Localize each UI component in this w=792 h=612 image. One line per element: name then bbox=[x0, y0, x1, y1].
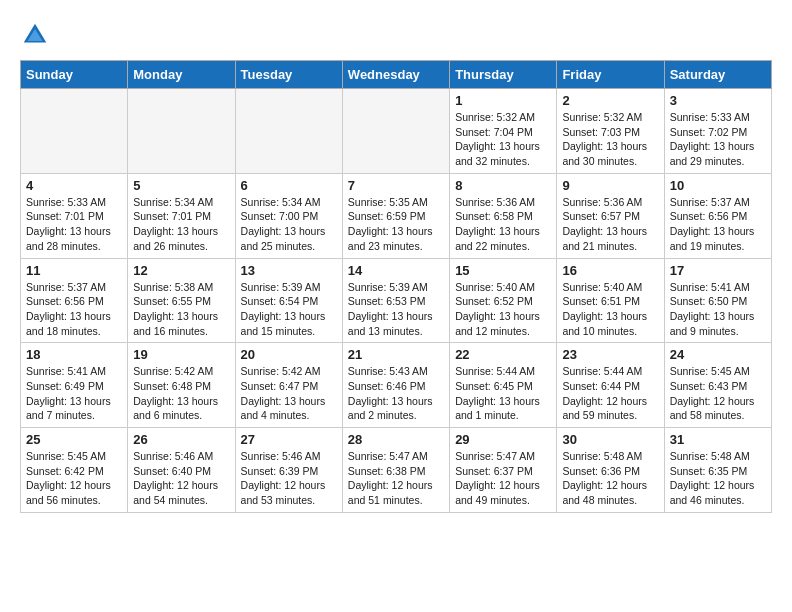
day-number: 2 bbox=[562, 93, 658, 108]
calendar-cell: 23Sunrise: 5:44 AM Sunset: 6:44 PM Dayli… bbox=[557, 343, 664, 428]
page-header bbox=[20, 20, 772, 50]
calendar-cell: 31Sunrise: 5:48 AM Sunset: 6:35 PM Dayli… bbox=[664, 428, 771, 513]
day-number: 17 bbox=[670, 263, 766, 278]
day-info: Sunrise: 5:44 AM Sunset: 6:44 PM Dayligh… bbox=[562, 364, 658, 423]
day-info: Sunrise: 5:33 AM Sunset: 7:01 PM Dayligh… bbox=[26, 195, 122, 254]
calendar-cell: 15Sunrise: 5:40 AM Sunset: 6:52 PM Dayli… bbox=[450, 258, 557, 343]
day-info: Sunrise: 5:36 AM Sunset: 6:57 PM Dayligh… bbox=[562, 195, 658, 254]
calendar-week-1: 1Sunrise: 5:32 AM Sunset: 7:04 PM Daylig… bbox=[21, 89, 772, 174]
calendar-cell: 20Sunrise: 5:42 AM Sunset: 6:47 PM Dayli… bbox=[235, 343, 342, 428]
day-info: Sunrise: 5:34 AM Sunset: 7:00 PM Dayligh… bbox=[241, 195, 337, 254]
day-info: Sunrise: 5:38 AM Sunset: 6:55 PM Dayligh… bbox=[133, 280, 229, 339]
calendar-cell: 7Sunrise: 5:35 AM Sunset: 6:59 PM Daylig… bbox=[342, 173, 449, 258]
day-info: Sunrise: 5:47 AM Sunset: 6:38 PM Dayligh… bbox=[348, 449, 444, 508]
calendar-cell: 14Sunrise: 5:39 AM Sunset: 6:53 PM Dayli… bbox=[342, 258, 449, 343]
day-number: 4 bbox=[26, 178, 122, 193]
day-info: Sunrise: 5:39 AM Sunset: 6:53 PM Dayligh… bbox=[348, 280, 444, 339]
day-number: 29 bbox=[455, 432, 551, 447]
calendar-cell: 2Sunrise: 5:32 AM Sunset: 7:03 PM Daylig… bbox=[557, 89, 664, 174]
calendar-week-5: 25Sunrise: 5:45 AM Sunset: 6:42 PM Dayli… bbox=[21, 428, 772, 513]
calendar-cell: 12Sunrise: 5:38 AM Sunset: 6:55 PM Dayli… bbox=[128, 258, 235, 343]
calendar-cell: 19Sunrise: 5:42 AM Sunset: 6:48 PM Dayli… bbox=[128, 343, 235, 428]
day-number: 1 bbox=[455, 93, 551, 108]
calendar-cell: 6Sunrise: 5:34 AM Sunset: 7:00 PM Daylig… bbox=[235, 173, 342, 258]
day-info: Sunrise: 5:46 AM Sunset: 6:40 PM Dayligh… bbox=[133, 449, 229, 508]
day-number: 9 bbox=[562, 178, 658, 193]
header-row: SundayMondayTuesdayWednesdayThursdayFrid… bbox=[21, 61, 772, 89]
calendar-header: SundayMondayTuesdayWednesdayThursdayFrid… bbox=[21, 61, 772, 89]
day-info: Sunrise: 5:32 AM Sunset: 7:04 PM Dayligh… bbox=[455, 110, 551, 169]
day-number: 8 bbox=[455, 178, 551, 193]
calendar-cell: 30Sunrise: 5:48 AM Sunset: 6:36 PM Dayli… bbox=[557, 428, 664, 513]
column-header-saturday: Saturday bbox=[664, 61, 771, 89]
day-info: Sunrise: 5:43 AM Sunset: 6:46 PM Dayligh… bbox=[348, 364, 444, 423]
day-info: Sunrise: 5:35 AM Sunset: 6:59 PM Dayligh… bbox=[348, 195, 444, 254]
day-number: 21 bbox=[348, 347, 444, 362]
day-info: Sunrise: 5:48 AM Sunset: 6:35 PM Dayligh… bbox=[670, 449, 766, 508]
day-number: 6 bbox=[241, 178, 337, 193]
calendar-cell: 24Sunrise: 5:45 AM Sunset: 6:43 PM Dayli… bbox=[664, 343, 771, 428]
day-info: Sunrise: 5:33 AM Sunset: 7:02 PM Dayligh… bbox=[670, 110, 766, 169]
day-number: 14 bbox=[348, 263, 444, 278]
column-header-friday: Friday bbox=[557, 61, 664, 89]
day-number: 20 bbox=[241, 347, 337, 362]
day-info: Sunrise: 5:34 AM Sunset: 7:01 PM Dayligh… bbox=[133, 195, 229, 254]
calendar-cell bbox=[128, 89, 235, 174]
day-number: 11 bbox=[26, 263, 122, 278]
calendar-cell: 25Sunrise: 5:45 AM Sunset: 6:42 PM Dayli… bbox=[21, 428, 128, 513]
day-number: 3 bbox=[670, 93, 766, 108]
day-info: Sunrise: 5:47 AM Sunset: 6:37 PM Dayligh… bbox=[455, 449, 551, 508]
calendar-cell: 5Sunrise: 5:34 AM Sunset: 7:01 PM Daylig… bbox=[128, 173, 235, 258]
day-info: Sunrise: 5:40 AM Sunset: 6:52 PM Dayligh… bbox=[455, 280, 551, 339]
calendar-cell: 8Sunrise: 5:36 AM Sunset: 6:58 PM Daylig… bbox=[450, 173, 557, 258]
day-info: Sunrise: 5:46 AM Sunset: 6:39 PM Dayligh… bbox=[241, 449, 337, 508]
day-number: 12 bbox=[133, 263, 229, 278]
day-number: 22 bbox=[455, 347, 551, 362]
calendar-cell: 17Sunrise: 5:41 AM Sunset: 6:50 PM Dayli… bbox=[664, 258, 771, 343]
day-info: Sunrise: 5:42 AM Sunset: 6:48 PM Dayligh… bbox=[133, 364, 229, 423]
calendar-cell: 4Sunrise: 5:33 AM Sunset: 7:01 PM Daylig… bbox=[21, 173, 128, 258]
calendar-cell: 3Sunrise: 5:33 AM Sunset: 7:02 PM Daylig… bbox=[664, 89, 771, 174]
calendar-cell: 11Sunrise: 5:37 AM Sunset: 6:56 PM Dayli… bbox=[21, 258, 128, 343]
day-info: Sunrise: 5:48 AM Sunset: 6:36 PM Dayligh… bbox=[562, 449, 658, 508]
day-info: Sunrise: 5:41 AM Sunset: 6:50 PM Dayligh… bbox=[670, 280, 766, 339]
day-info: Sunrise: 5:37 AM Sunset: 6:56 PM Dayligh… bbox=[26, 280, 122, 339]
calendar-cell: 10Sunrise: 5:37 AM Sunset: 6:56 PM Dayli… bbox=[664, 173, 771, 258]
day-number: 7 bbox=[348, 178, 444, 193]
day-info: Sunrise: 5:41 AM Sunset: 6:49 PM Dayligh… bbox=[26, 364, 122, 423]
day-number: 13 bbox=[241, 263, 337, 278]
day-info: Sunrise: 5:45 AM Sunset: 6:42 PM Dayligh… bbox=[26, 449, 122, 508]
day-number: 28 bbox=[348, 432, 444, 447]
calendar-cell: 22Sunrise: 5:44 AM Sunset: 6:45 PM Dayli… bbox=[450, 343, 557, 428]
day-number: 25 bbox=[26, 432, 122, 447]
day-number: 18 bbox=[26, 347, 122, 362]
calendar-body: 1Sunrise: 5:32 AM Sunset: 7:04 PM Daylig… bbox=[21, 89, 772, 513]
day-number: 31 bbox=[670, 432, 766, 447]
calendar-week-3: 11Sunrise: 5:37 AM Sunset: 6:56 PM Dayli… bbox=[21, 258, 772, 343]
calendar-cell: 27Sunrise: 5:46 AM Sunset: 6:39 PM Dayli… bbox=[235, 428, 342, 513]
calendar-cell: 21Sunrise: 5:43 AM Sunset: 6:46 PM Dayli… bbox=[342, 343, 449, 428]
day-info: Sunrise: 5:45 AM Sunset: 6:43 PM Dayligh… bbox=[670, 364, 766, 423]
calendar-cell: 28Sunrise: 5:47 AM Sunset: 6:38 PM Dayli… bbox=[342, 428, 449, 513]
day-number: 24 bbox=[670, 347, 766, 362]
column-header-tuesday: Tuesday bbox=[235, 61, 342, 89]
calendar-table: SundayMondayTuesdayWednesdayThursdayFrid… bbox=[20, 60, 772, 513]
day-number: 15 bbox=[455, 263, 551, 278]
day-info: Sunrise: 5:44 AM Sunset: 6:45 PM Dayligh… bbox=[455, 364, 551, 423]
day-info: Sunrise: 5:39 AM Sunset: 6:54 PM Dayligh… bbox=[241, 280, 337, 339]
calendar-cell bbox=[235, 89, 342, 174]
calendar-week-2: 4Sunrise: 5:33 AM Sunset: 7:01 PM Daylig… bbox=[21, 173, 772, 258]
calendar-cell: 18Sunrise: 5:41 AM Sunset: 6:49 PM Dayli… bbox=[21, 343, 128, 428]
column-header-thursday: Thursday bbox=[450, 61, 557, 89]
column-header-wednesday: Wednesday bbox=[342, 61, 449, 89]
calendar-cell: 1Sunrise: 5:32 AM Sunset: 7:04 PM Daylig… bbox=[450, 89, 557, 174]
day-info: Sunrise: 5:40 AM Sunset: 6:51 PM Dayligh… bbox=[562, 280, 658, 339]
day-number: 30 bbox=[562, 432, 658, 447]
day-number: 19 bbox=[133, 347, 229, 362]
calendar-cell: 9Sunrise: 5:36 AM Sunset: 6:57 PM Daylig… bbox=[557, 173, 664, 258]
column-header-sunday: Sunday bbox=[21, 61, 128, 89]
day-number: 10 bbox=[670, 178, 766, 193]
calendar-week-4: 18Sunrise: 5:41 AM Sunset: 6:49 PM Dayli… bbox=[21, 343, 772, 428]
day-info: Sunrise: 5:36 AM Sunset: 6:58 PM Dayligh… bbox=[455, 195, 551, 254]
logo bbox=[20, 20, 54, 50]
